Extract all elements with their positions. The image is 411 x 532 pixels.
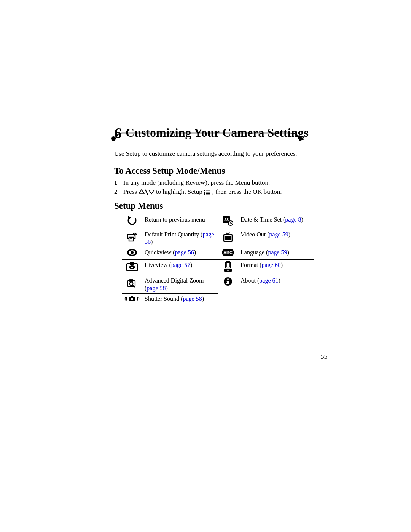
step-text-part: to highlight Setup bbox=[156, 188, 202, 196]
menu-label: Quickview (page 56) bbox=[142, 247, 218, 260]
menu-text: Return to previous menu bbox=[145, 216, 205, 223]
svg-point-30 bbox=[227, 278, 229, 280]
svg-text:28: 28 bbox=[224, 217, 229, 222]
svg-rect-1 bbox=[204, 190, 206, 191]
menu-text: Liveview bbox=[145, 262, 169, 268]
svg-rect-3 bbox=[204, 192, 206, 193]
page-link[interactable]: page 60 bbox=[262, 262, 281, 268]
menu-text: Advanced Digital Zoom bbox=[145, 277, 204, 284]
page-link[interactable]: page 58 bbox=[183, 296, 202, 302]
table-row: Default Print Quantity (page 56) Video O… bbox=[122, 229, 314, 247]
step-number: 2 bbox=[114, 189, 123, 195]
table-row: Liveview (page 57) Format (page 60) bbox=[122, 260, 314, 275]
section-heading-access: To Access Setup Mode/Menus bbox=[114, 166, 362, 176]
tv-icon bbox=[218, 229, 238, 247]
menu-label: Date & Time Set (page 8) bbox=[238, 214, 314, 229]
datetime-icon: 28 bbox=[218, 214, 238, 229]
svg-point-16 bbox=[131, 251, 134, 254]
svg-rect-4 bbox=[206, 192, 210, 192]
setup-menu-table: Return to previous menu 28 Date & Time S… bbox=[122, 214, 314, 306]
page-link[interactable]: page 8 bbox=[285, 216, 301, 223]
step-text: Press to highlight Setup bbox=[123, 188, 282, 196]
step-text-part: , then press the OK button. bbox=[212, 188, 282, 196]
svg-point-0 bbox=[111, 136, 116, 141]
svg-rect-13 bbox=[225, 236, 231, 240]
setup-menu-icon bbox=[204, 189, 211, 195]
eye-icon bbox=[122, 247, 142, 260]
step-item: 1 In any mode (including Review), press … bbox=[114, 179, 362, 187]
menu-label: Format (page 60) bbox=[238, 260, 314, 275]
menu-label: Language (page 59) bbox=[238, 247, 314, 260]
svg-point-25 bbox=[227, 270, 229, 271]
menu-text: Date & Time Set bbox=[241, 216, 283, 223]
page-link[interactable]: page 58 bbox=[147, 285, 166, 291]
menu-label: Shutter Sound (page 58) bbox=[142, 293, 218, 306]
zoom-icon bbox=[122, 275, 142, 293]
table-row: Return to previous menu 28 Date & Time S… bbox=[122, 214, 314, 229]
svg-point-36 bbox=[131, 298, 133, 300]
svg-rect-5 bbox=[204, 193, 206, 195]
svg-rect-11 bbox=[129, 237, 134, 241]
step-text-part: Press bbox=[123, 188, 137, 196]
menu-text: Video Out bbox=[241, 231, 267, 238]
svg-rect-35 bbox=[131, 296, 133, 297]
table-row: Advanced Digital Zoom (page 58) About (p… bbox=[122, 275, 314, 293]
format-icon bbox=[218, 260, 238, 275]
svg-text:ABC: ABC bbox=[223, 250, 233, 255]
menu-label: Advanced Digital Zoom (page 58) bbox=[142, 275, 218, 293]
menu-text: About bbox=[241, 277, 257, 284]
menu-text: Quickview bbox=[145, 249, 173, 256]
step-item: 2 Press to highlight Setup bbox=[114, 188, 362, 196]
svg-rect-6 bbox=[206, 193, 210, 194]
shutter-sound-icon bbox=[122, 293, 142, 306]
menu-label: Default Print Quantity (page 56) bbox=[142, 229, 218, 247]
svg-rect-32 bbox=[226, 281, 228, 281]
page-number: 55 bbox=[321, 353, 327, 361]
step-number: 1 bbox=[114, 179, 123, 186]
step-text: In any mode (including Review), press th… bbox=[123, 179, 270, 187]
menu-text: Default Print Quantity bbox=[145, 231, 199, 238]
menu-text: Shutter Sound bbox=[145, 296, 181, 302]
svg-rect-2 bbox=[206, 190, 210, 190]
menu-text: Language bbox=[241, 249, 266, 256]
menu-label: Video Out (page 59) bbox=[238, 229, 314, 247]
svg-point-22 bbox=[131, 267, 133, 268]
section-heading-menus: Setup Menus bbox=[114, 201, 362, 211]
menu-label: Liveview (page 57) bbox=[142, 260, 218, 275]
menu-label: Return to previous menu bbox=[142, 214, 218, 229]
menu-text: Format bbox=[241, 262, 260, 268]
camera-lcd-icon bbox=[122, 260, 142, 275]
page-link[interactable]: page 59 bbox=[269, 231, 288, 238]
svg-rect-33 bbox=[226, 283, 229, 284]
menu-label: About (page 61) bbox=[238, 275, 314, 306]
page-link[interactable]: page 57 bbox=[171, 262, 190, 268]
print-icon bbox=[122, 229, 142, 247]
abc-icon: ABC bbox=[218, 247, 238, 260]
up-down-arrows-icon bbox=[139, 189, 155, 195]
chapter-intro-text: Use Setup to customize camera settings a… bbox=[114, 150, 362, 158]
page-link[interactable]: page 59 bbox=[268, 249, 287, 256]
table-row: Quickview (page 56) ABC Language (page 5… bbox=[122, 247, 314, 260]
page-link[interactable]: page 61 bbox=[259, 277, 278, 284]
info-icon bbox=[218, 275, 238, 306]
return-icon bbox=[122, 214, 142, 229]
document-page: 6 Customizing Your Camera Settings Use S… bbox=[0, 0, 411, 532]
step-list: 1 In any mode (including Review), press … bbox=[114, 179, 362, 196]
chapter-ornament-icon bbox=[110, 131, 304, 142]
page-link[interactable]: page 56 bbox=[175, 249, 194, 256]
